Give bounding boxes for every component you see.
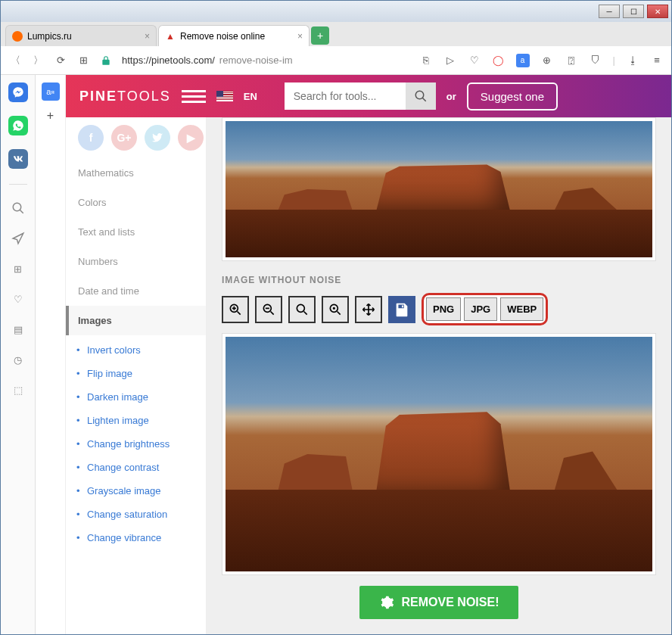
nav-numbers[interactable]: Numbers (66, 247, 206, 276)
logo[interactable]: PINETOOLS (79, 89, 171, 104)
nav-mathematics[interactable]: Mathematics (66, 158, 206, 188)
tab-title: Lumpics.ru (27, 31, 72, 42)
format-png-button[interactable]: PNG (426, 297, 461, 321)
side-nav: f G+ ▶ Mathematics Colors Text and lists… (66, 117, 207, 634)
close-icon[interactable]: × (297, 31, 303, 42)
zoom-in-button[interactable] (222, 296, 249, 323)
tabstrip: Lumpics.ru × ▲ Remove noise online × + (1, 22, 671, 46)
reload-button[interactable]: ⟳ (54, 54, 67, 67)
back-button[interactable]: 〈 (8, 54, 22, 67)
mini-column: aя + (36, 75, 66, 634)
add-button[interactable]: + (42, 107, 60, 125)
messenger-icon[interactable] (8, 82, 28, 102)
nav-colors[interactable]: Colors (66, 188, 206, 217)
tab-removenoise[interactable]: ▲ Remove noise online × (158, 25, 310, 46)
twitter-icon[interactable] (145, 125, 170, 151)
heart-icon[interactable]: ♡ (10, 291, 26, 307)
move-button[interactable] (355, 296, 382, 323)
flag-us-icon (216, 91, 233, 101)
format-webp-button[interactable]: WEBP (500, 297, 543, 321)
easy-setup-icon[interactable]: ≡ (650, 54, 664, 67)
tab-title: Remove noise online (180, 31, 265, 42)
subnav-vibrance[interactable]: Change vibrance (87, 532, 161, 543)
nav-date-time[interactable]: Date and time (66, 276, 206, 306)
action-row: REMOVE NOISE! (222, 575, 656, 622)
desert-image-result (226, 337, 652, 571)
extensions-icon[interactable]: ⬚ (10, 381, 26, 398)
whatsapp-icon[interactable] (8, 116, 28, 135)
desert-image (226, 121, 652, 257)
menu-button[interactable] (182, 84, 206, 108)
downloads-icon[interactable]: ⭳ (626, 54, 639, 67)
body: ⊞ ♡ ▤ ◷ ⬚ aя + PINETOOLS EN (1, 75, 671, 634)
favicon-pinetools: ▲ (165, 31, 176, 42)
googleplus-icon[interactable]: G+ (111, 125, 137, 151)
remove-noise-label: REMOVE NOISE! (402, 596, 499, 609)
logo-bold: PINE (79, 89, 117, 104)
nav-images[interactable]: Images (66, 306, 206, 335)
addressbar: 〈 〉 ⟳ ⊞ https://pinetools.com/remove-noi… (1, 46, 671, 75)
vk-icon[interactable] (8, 149, 28, 169)
url-path: remove-noise-im (219, 54, 293, 66)
subnav-grayscale[interactable]: Grayscale image (87, 485, 161, 496)
url-field[interactable]: https://pinetools.com/remove-noise-im (122, 54, 410, 66)
youtube-icon[interactable]: ▶ (178, 125, 204, 151)
search-input[interactable] (285, 82, 406, 110)
pinetools-header: PINETOOLS EN or Suggest one (66, 75, 671, 117)
search-wrap (285, 82, 436, 110)
subnav-darken[interactable]: Darken image (87, 391, 148, 403)
minimize-button[interactable]: ─ (599, 5, 620, 18)
subnav-brightness[interactable]: Change brightness (87, 438, 170, 450)
translate-icon[interactable]: a (516, 54, 530, 67)
subnav-flip[interactable]: Flip image (87, 368, 132, 379)
toolbar: PNG JPG WEBP (222, 293, 656, 325)
nav-text-lists[interactable]: Text and lists (66, 217, 206, 247)
translate-badge[interactable]: aя (42, 82, 60, 101)
forward-button[interactable]: 〉 (31, 54, 45, 67)
page: f G+ ▶ Mathematics Colors Text and lists… (66, 117, 671, 634)
close-button[interactable]: ✕ (647, 5, 668, 18)
profile-icon[interactable]: ⍰ (565, 54, 578, 67)
svg-point-6 (334, 307, 335, 309)
zoom-out-button[interactable] (255, 296, 282, 323)
format-jpg-button[interactable]: JPG (464, 297, 497, 321)
subnav-lighten[interactable]: Lighten image (87, 415, 149, 426)
new-tab-button[interactable]: + (311, 26, 329, 45)
titlebar: ─ ☐ ✕ (1, 1, 671, 22)
zoom-fit-button[interactable] (288, 296, 316, 323)
globe-icon[interactable]: ⊕ (540, 54, 554, 67)
subnav-invert[interactable]: Invert colors (87, 344, 141, 356)
search-button[interactable] (406, 82, 436, 110)
divider (9, 184, 27, 185)
search-icon[interactable] (10, 200, 26, 216)
svg-point-0 (13, 203, 21, 211)
send-icon[interactable] (10, 230, 26, 247)
history-icon[interactable]: ◷ (10, 351, 26, 368)
subnav-contrast[interactable]: Change contrast (87, 462, 159, 473)
remove-noise-button[interactable]: REMOVE NOISE! (359, 586, 519, 619)
top-image-preview (222, 117, 656, 261)
window: ─ ☐ ✕ Lumpics.ru × ▲ Remove noise online… (0, 0, 672, 635)
zoom-actual-button[interactable] (322, 296, 349, 323)
send-icon[interactable]: ▷ (443, 54, 457, 67)
speed-dial-icon[interactable]: ⊞ (76, 54, 90, 67)
save-button[interactable] (388, 296, 415, 323)
format-group: PNG JPG WEBP (422, 293, 548, 325)
heart-icon[interactable]: ♡ (468, 54, 481, 67)
opera-icon[interactable]: ◯ (492, 54, 506, 67)
maximize-button[interactable]: ☐ (623, 5, 644, 18)
close-icon[interactable]: × (145, 31, 150, 42)
favicon-lumpics (12, 31, 23, 42)
lang-selector[interactable]: EN (244, 91, 257, 102)
shield-icon[interactable]: ⛉ (589, 54, 602, 67)
suggest-button[interactable]: Suggest one (467, 82, 558, 111)
content: PINETOOLS EN or Suggest one (66, 75, 671, 634)
subnav-saturation[interactable]: Change saturation (87, 509, 167, 520)
speed-dial-icon[interactable]: ⊞ (10, 260, 26, 277)
news-icon[interactable]: ▤ (10, 321, 26, 338)
sub-nav: Invert colors Flip image Darken image Li… (66, 335, 206, 556)
facebook-icon[interactable]: f (78, 125, 104, 151)
tab-lumpics[interactable]: Lumpics.ru × (5, 25, 157, 46)
social-row: f G+ ▶ (66, 117, 206, 158)
camera-icon[interactable]: ⎘ (419, 54, 433, 67)
